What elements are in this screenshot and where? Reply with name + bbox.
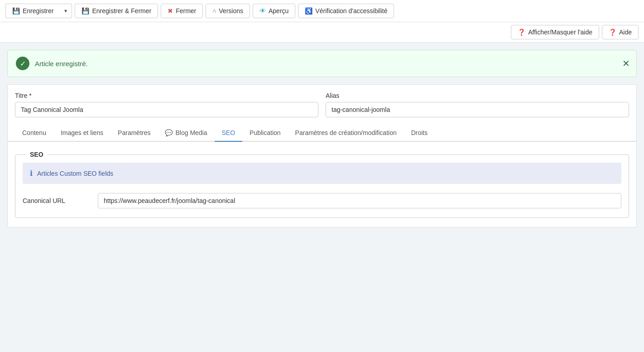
blog-media-icon: 💬: [165, 129, 173, 136]
tab-parametres[interactable]: Paramètres: [111, 125, 158, 142]
main-panel: Titre * Alias Contenu Images et liens Pa…: [7, 84, 637, 227]
tab-creation-label: Paramètres de création/modification: [295, 129, 397, 136]
save-close-button[interactable]: 💾 Enregistrer & Fermer: [75, 4, 158, 18]
save-dropdown-button[interactable]: ▾: [60, 4, 72, 18]
custom-seo-label: Articles Custom SEO fields: [37, 170, 113, 177]
alias-field-group: Alias: [326, 92, 629, 117]
save-close-icon: 💾: [82, 7, 89, 14]
preview-label: Aperçu: [269, 7, 288, 14]
alias-input[interactable]: [326, 102, 629, 117]
alert-message: Article enregistré.: [35, 60, 88, 68]
close-button[interactable]: ✖ Fermer: [161, 4, 203, 18]
tab-images[interactable]: Images et liens: [53, 125, 111, 142]
title-input[interactable]: [15, 102, 318, 117]
save-group: 💾 Enregistrer ▾: [5, 4, 72, 18]
canonical-url-input[interactable]: [98, 193, 621, 208]
versions-label: Versions: [219, 7, 243, 14]
toolbar-secondary: ❓ Afficher/Masquer l'aide ❓ Aide: [0, 22, 644, 43]
help-toggle-button[interactable]: ❓ Afficher/Masquer l'aide: [511, 25, 599, 39]
help-icon: ❓: [609, 29, 616, 36]
canonical-url-row: Canonical URL: [23, 193, 621, 208]
tab-images-label: Images et liens: [61, 129, 103, 136]
tab-parametres-label: Paramètres: [118, 129, 150, 136]
help-toggle-label: Afficher/Masquer l'aide: [528, 29, 592, 36]
accessibility-button[interactable]: ♿ Vérification d'accessibilité: [298, 4, 394, 18]
alias-label: Alias: [326, 92, 629, 99]
close-label: Fermer: [176, 7, 196, 14]
preview-icon: 👁: [260, 7, 266, 14]
save-close-label: Enregistrer & Fermer: [92, 7, 151, 14]
versions-icon: ⑃: [212, 7, 216, 14]
title-label: Titre *: [15, 92, 318, 99]
accessibility-icon: ♿: [305, 7, 312, 14]
tab-publication-label: Publication: [250, 129, 281, 136]
close-icon: ✖: [168, 7, 173, 14]
save-label: Enregistrer: [23, 7, 53, 14]
save-icon: 💾: [12, 7, 20, 14]
help-toggle-icon: ❓: [518, 29, 525, 36]
success-alert: ✓ Article enregistré. ✕: [7, 50, 637, 77]
tabs-bar: Contenu Images et liens Paramètres 💬 Blo…: [8, 125, 636, 142]
tab-content-seo: SEO ℹ Articles Custom SEO fields Canonic…: [8, 142, 636, 227]
dropdown-arrow-icon: ▾: [64, 8, 67, 14]
title-field-group: Titre *: [15, 92, 318, 117]
tab-droits[interactable]: Droits: [404, 125, 435, 142]
canonical-url-label: Canonical URL: [23, 197, 91, 204]
toolbar: 💾 Enregistrer ▾ 💾 Enregistrer & Fermer ✖…: [0, 0, 644, 22]
form-row-title-alias: Titre * Alias: [8, 85, 636, 117]
tab-droits-label: Droits: [411, 129, 428, 136]
tab-publication[interactable]: Publication: [242, 125, 288, 142]
tab-contenu-label: Contenu: [22, 129, 46, 136]
alert-close-button[interactable]: ✕: [622, 59, 630, 68]
info-icon: ℹ: [30, 169, 33, 178]
alert-icon: ✓: [16, 57, 29, 70]
tab-contenu[interactable]: Contenu: [15, 125, 53, 142]
versions-button[interactable]: ⑃ Versions: [206, 4, 250, 18]
tab-seo[interactable]: SEO: [215, 125, 243, 142]
seo-fieldset: SEO ℹ Articles Custom SEO fields Canonic…: [15, 151, 629, 218]
tab-creation[interactable]: Paramètres de création/modification: [288, 125, 404, 142]
help-button[interactable]: ❓ Aide: [602, 25, 639, 39]
accessibility-label: Vérification d'accessibilité: [315, 7, 387, 14]
tab-blog-media-label: Blog Media: [175, 129, 207, 136]
help-label: Aide: [619, 29, 632, 36]
preview-button[interactable]: 👁 Aperçu: [253, 4, 295, 18]
custom-seo-info-box[interactable]: ℹ Articles Custom SEO fields: [23, 163, 621, 184]
save-button[interactable]: 💾 Enregistrer: [5, 4, 60, 18]
seo-legend: SEO: [26, 151, 47, 158]
tab-seo-label: SEO: [222, 129, 235, 136]
tab-blog-media[interactable]: 💬 Blog Media: [158, 125, 214, 142]
